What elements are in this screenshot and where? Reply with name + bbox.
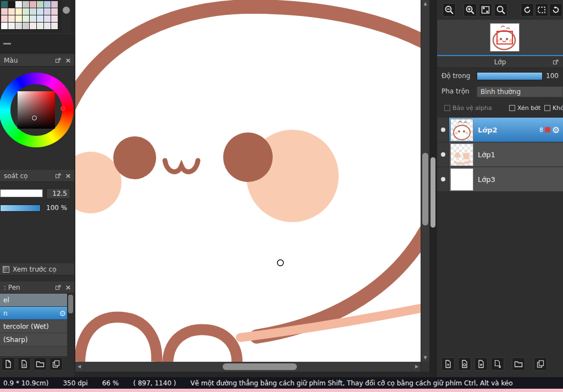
palette-swatch[interactable] — [30, 1, 36, 8]
palette-swatch[interactable] — [23, 8, 29, 15]
clipping-checkbox[interactable] — [509, 105, 515, 111]
add-1bit-layer-button[interactable] — [474, 357, 488, 371]
palette-swatch[interactable] — [1, 15, 8, 22]
detach-panel-icon[interactable] — [54, 172, 62, 180]
brush-size-value[interactable]: 12.5 — [46, 188, 70, 199]
layer-row-lop1[interactable]: Lớp1 — [437, 142, 563, 167]
palette-swatch[interactable] — [51, 1, 58, 8]
layer-settings-gear-icon[interactable]: ⚙ — [552, 125, 560, 135]
palette-swatch[interactable] — [15, 1, 22, 8]
protect-alpha-checkbox[interactable] — [444, 105, 450, 111]
horizontal-scroll-thumb[interactable] — [223, 363, 297, 370]
palette-swatch[interactable] — [30, 8, 36, 15]
palette-swatch[interactable] — [15, 15, 22, 22]
navigator-panel[interactable] — [437, 20, 563, 55]
scroll-right-icon[interactable]: ▶ — [413, 362, 421, 372]
rotate-right-button[interactable] — [549, 3, 562, 16]
layer-row-lop3[interactable]: Lớp3 — [437, 167, 563, 192]
palette-swatch[interactable] — [44, 1, 51, 8]
palette-scrollbar-knob[interactable] — [63, 7, 70, 14]
add-layer-button[interactable] — [441, 357, 455, 371]
drawing-canvas[interactable] — [75, 0, 421, 362]
gradient-bar-collapsed[interactable] — [0, 34, 74, 53]
brush-item-label: tercolor (Wet) — [3, 323, 49, 330]
brush-size-slider[interactable] — [0, 189, 43, 197]
layer-visibility-toggle[interactable] — [437, 118, 449, 142]
palette-swatch[interactable] — [51, 23, 58, 29]
palette-scrollbar[interactable] — [62, 0, 71, 33]
palette-swatch[interactable] — [37, 1, 43, 8]
palette-swatch[interactable] — [8, 15, 15, 22]
open-folder-button[interactable] — [34, 357, 47, 371]
palette-swatch[interactable] — [30, 15, 36, 22]
palette-swatch[interactable] — [1, 1, 8, 8]
palette-swatch[interactable] — [1, 8, 8, 15]
layer-visibility-toggle[interactable] — [437, 167, 449, 191]
brush-list-scrollbar[interactable] — [67, 294, 74, 356]
brush-control-title: soát cọ — [4, 172, 27, 180]
palette-swatch[interactable] — [23, 23, 29, 29]
vertical-scroll-thumb[interactable] — [422, 153, 428, 225]
zoom-reset-button[interactable] — [494, 3, 507, 16]
add-folder-button[interactable] — [512, 357, 525, 371]
new-canvas-button[interactable] — [2, 357, 15, 371]
zoom-out-button[interactable] — [443, 3, 456, 16]
detach-panel-icon[interactable] — [54, 57, 62, 64]
brush-item-pen[interactable]: n ⚙ — [0, 307, 74, 320]
scroll-down-icon[interactable]: ▼ — [421, 354, 429, 362]
canvas-vertical-scrollbar[interactable]: ▲ ▼ — [421, 0, 429, 362]
brush-item-watercolor-wet[interactable]: tercolor (Wet) — [0, 320, 74, 333]
brush-item-sharp[interactable]: (Sharp) — [0, 333, 74, 346]
detach-panel-icon[interactable] — [552, 58, 560, 66]
layer-opacity-label: Độ trong — [441, 72, 470, 80]
brush-settings-gear-icon[interactable]: ⚙ — [59, 309, 66, 318]
add-8bit-layer-button[interactable] — [458, 357, 471, 371]
duplicate-layer-button[interactable] — [534, 357, 547, 371]
brush-item-pixel[interactable]: el — [0, 294, 74, 307]
layer-visibility-toggle[interactable] — [437, 142, 449, 167]
palette-swatch[interactable] — [37, 8, 43, 15]
save-button[interactable] — [18, 357, 31, 371]
palette-swatch[interactable] — [15, 8, 22, 15]
copy-button[interactable] — [49, 357, 63, 371]
close-panel-icon[interactable]: × — [64, 284, 72, 291]
palette-swatch[interactable] — [51, 15, 58, 22]
palette-swatch[interactable] — [23, 1, 29, 8]
panel-splitter-grip[interactable] — [430, 157, 435, 228]
palette-swatch[interactable] — [8, 23, 15, 29]
close-panel-icon[interactable]: × — [64, 57, 72, 64]
palette-swatch[interactable] — [44, 8, 51, 15]
rotate-left-button[interactable] — [521, 3, 534, 16]
close-panel-icon[interactable]: × — [64, 172, 72, 180]
zoom-in-button[interactable] — [463, 3, 477, 16]
brush-opacity-slider[interactable] — [0, 205, 41, 212]
palette-swatch[interactable] — [8, 8, 15, 15]
fit-screen-button[interactable] — [479, 3, 492, 16]
navigator-viewport[interactable] — [496, 31, 513, 45]
layer-opacity-slider[interactable] — [477, 72, 543, 80]
layer-row-lop2[interactable]: Lớp2 8 ⚙ — [437, 118, 563, 142]
navigator-thumbnail[interactable] — [490, 23, 520, 52]
canvas-horizontal-scrollbar[interactable]: ◀ ▶ — [75, 362, 421, 372]
palette-swatch[interactable] — [8, 1, 15, 8]
scroll-left-icon[interactable]: ◀ — [75, 362, 83, 372]
brush-preview-button[interactable]: Xem trước cọ — [0, 263, 74, 275]
palette-swatch[interactable] — [15, 23, 22, 29]
saturation-value-square[interactable] — [18, 91, 55, 129]
palette-swatch[interactable] — [37, 15, 43, 22]
select-area-button[interactable] — [535, 3, 548, 16]
detach-panel-icon[interactable] — [54, 284, 62, 291]
palette-swatch[interactable] — [51, 8, 58, 15]
brush-list-scroll-thumb[interactable] — [68, 295, 73, 313]
palette-swatch[interactable] — [37, 23, 43, 29]
blend-mode-select[interactable]: Bình thường — [477, 86, 563, 97]
palette-swatch[interactable] — [44, 23, 51, 29]
lock-checkbox[interactable] — [544, 105, 550, 111]
transfer-layer-button[interactable] — [491, 357, 504, 371]
palette-swatch[interactable] — [23, 15, 29, 22]
palette-swatch[interactable] — [1, 23, 8, 29]
palette-swatch[interactable] — [44, 15, 51, 22]
color-wheel[interactable] — [0, 73, 74, 147]
scroll-up-icon[interactable]: ▲ — [421, 0, 429, 8]
palette-swatch[interactable] — [30, 23, 36, 29]
